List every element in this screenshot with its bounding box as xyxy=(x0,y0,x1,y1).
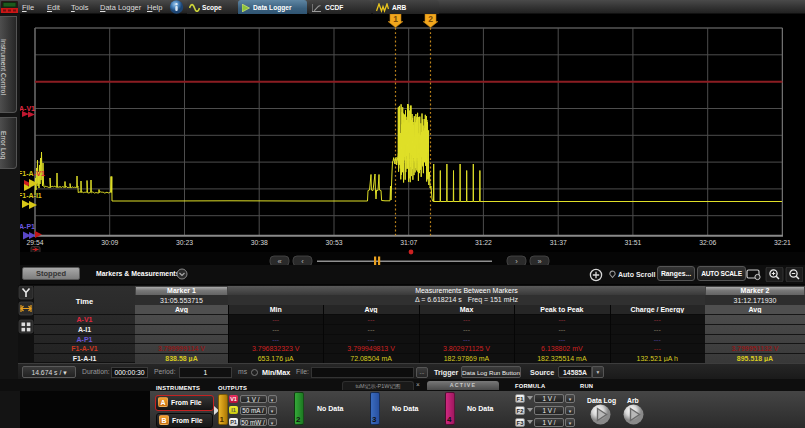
svg-text:31:37: 31:37 xyxy=(550,239,567,246)
svg-text:F1-A-I1: F1-A-I1 xyxy=(20,192,42,199)
svg-text:31:07: 31:07 xyxy=(400,239,417,246)
svg-text:1: 1 xyxy=(393,14,398,24)
svg-text:F1-A: F1-A xyxy=(20,170,34,177)
svg-text:30:53: 30:53 xyxy=(325,239,342,246)
svg-text:32:21: 32:21 xyxy=(774,239,791,246)
svg-text:31:22: 31:22 xyxy=(475,239,492,246)
svg-text:30:09: 30:09 xyxy=(101,239,118,246)
svg-text:-V1: -V1 xyxy=(34,170,45,177)
svg-text:32:06: 32:06 xyxy=(699,239,716,246)
svg-text:30:38: 30:38 xyxy=(251,239,268,246)
svg-text:30:23: 30:23 xyxy=(176,239,193,246)
svg-text:29:54: 29:54 xyxy=(26,239,43,246)
svg-text:2: 2 xyxy=(428,14,433,24)
svg-text:A-V1: A-V1 xyxy=(20,105,35,112)
svg-text:31:51: 31:51 xyxy=(624,239,641,246)
svg-text:A-P1: A-P1 xyxy=(20,223,35,230)
